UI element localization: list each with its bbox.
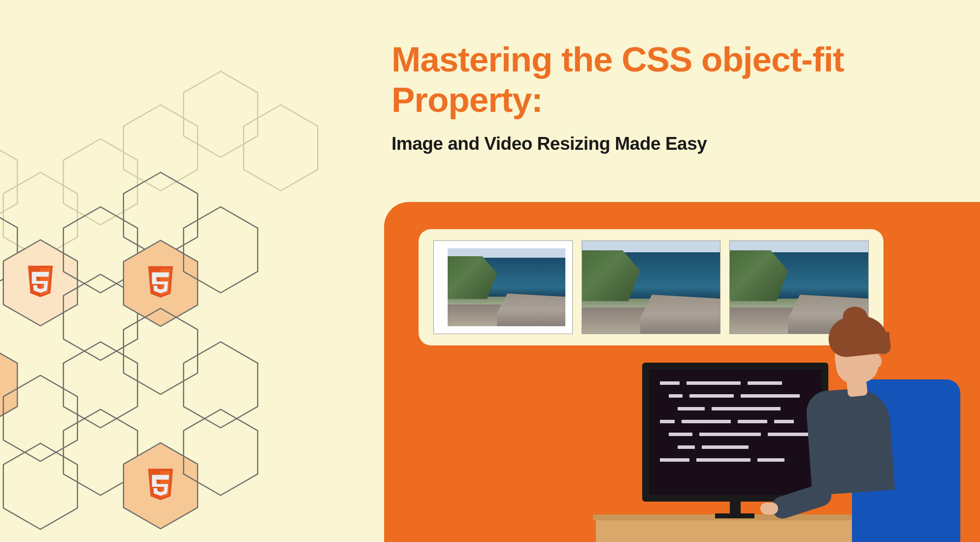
css3-shield-icon bbox=[25, 265, 56, 301]
svg-marker-12 bbox=[184, 207, 258, 293]
hair-icon bbox=[826, 313, 889, 359]
illustration-panel bbox=[384, 202, 980, 542]
hexagon-cell bbox=[181, 204, 260, 295]
hexagon-grid bbox=[0, 69, 384, 542]
code-line bbox=[660, 394, 811, 398]
svg-marker-20 bbox=[184, 409, 258, 495]
svg-marker-5 bbox=[244, 105, 318, 191]
svg-marker-21 bbox=[3, 443, 77, 529]
hexagon-cell bbox=[241, 102, 320, 193]
torso-icon bbox=[805, 386, 895, 495]
title-block: Mastering the CSS object-fit Property: I… bbox=[392, 39, 909, 154]
main-title: Mastering the CSS object-fit Property: bbox=[392, 39, 909, 120]
code-line bbox=[660, 458, 811, 462]
example-thumbnail-contain bbox=[433, 240, 573, 334]
code-line bbox=[660, 407, 811, 410]
code-line bbox=[660, 420, 811, 423]
code-line bbox=[660, 445, 811, 449]
hexagon-cell bbox=[181, 407, 260, 498]
monitor-stand-icon bbox=[715, 500, 754, 518]
person-icon bbox=[793, 315, 960, 542]
code-line bbox=[660, 381, 811, 385]
hand-icon bbox=[760, 503, 778, 514]
developer-illustration bbox=[596, 305, 980, 542]
css3-shield-icon bbox=[145, 468, 176, 504]
code-line bbox=[660, 433, 811, 436]
css3-shield-icon bbox=[145, 266, 176, 301]
hexagon-cell bbox=[1, 441, 80, 532]
subtitle: Image and Video Resizing Made Easy bbox=[392, 134, 909, 154]
